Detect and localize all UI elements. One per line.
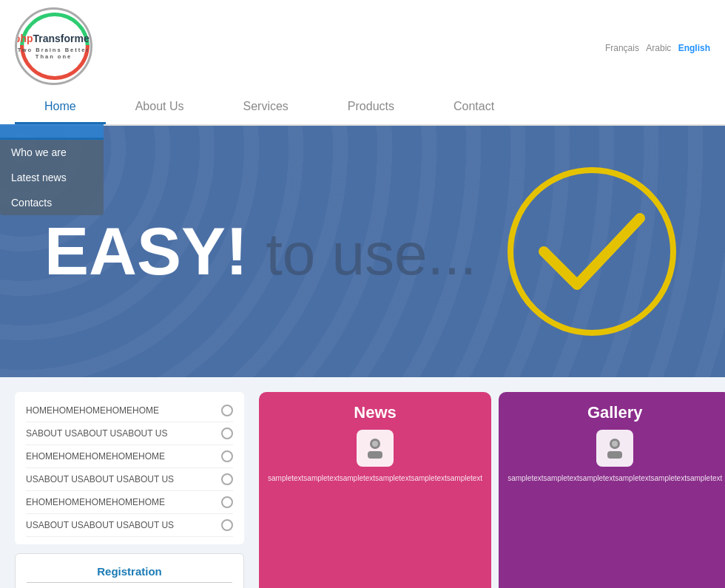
- language-selector: Français Arabic English: [601, 43, 710, 53]
- list-item: USABOUT USABOUT USABOUT US: [26, 514, 233, 537]
- dropdown-latest-news[interactable]: Latest news: [0, 165, 104, 190]
- nav-contact[interactable]: Contact: [424, 89, 524, 122]
- nav-home[interactable]: [0, 124, 104, 140]
- hero-easy-text: EASY!: [44, 214, 248, 288]
- dropdown-who-we-are[interactable]: Who we are: [0, 140, 104, 165]
- card-news-icon: [357, 430, 394, 467]
- list-item: EHOMEHOMEHOMEHOMEHOME: [26, 491, 233, 514]
- nav-products[interactable]: Products: [318, 89, 424, 122]
- cards-area: News sampletextsampletextsampletextsampl…: [259, 392, 725, 588]
- card-gallery-icon: [596, 430, 633, 467]
- sidebar-links: HOMEHOMEHOMEHOMEHOME SABOUT USABOUT USAB…: [15, 392, 244, 544]
- card-gallery: Gallery sampletextsampletextsampletextsa…: [499, 392, 725, 588]
- bullet-icon: [221, 450, 233, 462]
- card-news-text: sampletextsampletextsampletextsampletext…: [268, 474, 482, 588]
- sidebar: HOMEHOMEHOMEHOMEHOME SABOUT USABOUT USAB…: [15, 392, 244, 588]
- svg-rect-2: [368, 451, 382, 459]
- lang-francais[interactable]: Français: [605, 43, 639, 53]
- nav-services[interactable]: Services: [214, 89, 318, 122]
- svg-point-0: [510, 170, 673, 333]
- bullet-icon: [221, 519, 233, 531]
- hero-text: EASY! to use...: [44, 214, 503, 290]
- dropdown-contacts[interactable]: Contacts: [0, 190, 104, 215]
- lang-arabic[interactable]: Arabic: [646, 43, 671, 53]
- bullet-icon: [221, 428, 233, 439]
- list-item: SABOUT USABOUT USABOUT US: [26, 422, 233, 445]
- hero-touse-text: to use...: [266, 221, 477, 287]
- logo-area: phpTransformer Two Brains Better Than on…: [15, 7, 96, 89]
- bullet-icon: [221, 473, 233, 485]
- navigation-bar: Home Who we are Latest news Contacts Abo…: [0, 89, 725, 126]
- registration-form: Registration Name Password: [15, 553, 244, 588]
- logo-text: phpTransformer Two Brains Better Than on…: [15, 33, 92, 60]
- card-news: News sampletextsampletextsampletextsampl…: [259, 392, 491, 588]
- hero-checkmark-icon: [503, 163, 681, 340]
- logo-image: phpTransformer Two Brains Better Than on…: [15, 7, 96, 89]
- nav-about[interactable]: About Us: [106, 89, 214, 122]
- card-gallery-title: Gallery: [587, 403, 643, 422]
- hero-banner: EASY! to use...: [0, 126, 725, 377]
- registration-title: Registration: [27, 565, 232, 583]
- list-item: USABOUT USABOUT USABOUT US: [26, 468, 233, 491]
- bullet-icon: [221, 496, 233, 508]
- svg-point-3: [372, 441, 378, 447]
- lang-english[interactable]: English: [678, 43, 710, 53]
- home-dropdown: Who we are Latest news Contacts: [0, 124, 104, 215]
- card-news-title: News: [354, 403, 396, 422]
- card-gallery-text: sampletextsampletextsampletextsampletext…: [508, 474, 722, 588]
- svg-point-6: [612, 441, 618, 447]
- list-item: HOMEHOMEHOMEHOMEHOME: [26, 399, 233, 422]
- content-area: HOMEHOMEHOMEHOMEHOME SABOUT USABOUT USAB…: [0, 377, 725, 588]
- bullet-icon: [221, 405, 233, 416]
- nav-home[interactable]: Home: [15, 89, 106, 124]
- svg-rect-5: [607, 451, 622, 459]
- header: phpTransformer Two Brains Better Than on…: [0, 0, 725, 89]
- list-item: EHOMEHOMEHOMEHOMEHOME: [26, 445, 233, 468]
